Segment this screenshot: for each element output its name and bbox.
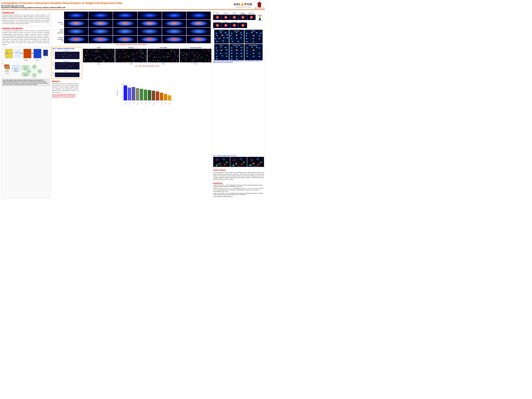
workflow-svg-b: Genomap 1 Genomap 2 Genomap 3 · Genomap …: [4, 63, 50, 78]
ref-2: 2. Islam, M.T., Wang, J.Y., Ren, H., Li,…: [213, 188, 264, 192]
svg-text:topoEUMAP1: topoEUMAP1: [64, 61, 69, 62]
svg-text:MLL4: MLL4: [215, 38, 216, 39]
svg-text:KTK5: KTK5: [226, 56, 228, 57]
svg-text:Cell 3: Cell 3: [6, 54, 8, 55]
svg-text:PIK3CB: PIK3CB: [236, 38, 238, 39]
svg-rect-71: [55, 52, 80, 59]
svg-text:ERBB3: ERBB3: [240, 53, 242, 54]
fig6-title: Fig. 6. Gene marker discovery using Shap…: [213, 60, 264, 63]
svg-text:PIK3C3: PIK3C3: [231, 50, 233, 51]
svg-text:LPBoost: LPBoost: [165, 101, 167, 105]
svg-rect-132: [164, 94, 167, 100]
seurat-umap: [83, 49, 115, 63]
svg-text:feature: feature: [15, 70, 17, 71]
svg-text:GASP8: GASP8: [258, 56, 260, 57]
svg-text:→: →: [20, 68, 21, 70]
fig3-section: Fig. 3. Trajectory mapping results Unsup…: [51, 47, 82, 79]
conclusions-title: CONCLUSIONS: [213, 169, 264, 171]
hai-logo-text: HAI✌FIVE: [234, 2, 253, 6]
svg-text:AR: AR: [247, 50, 247, 51]
svg-point-90: [64, 64, 64, 64]
svg-text:NSCLC: NSCLC: [220, 30, 223, 32]
genomap-cell: [64, 36, 88, 43]
results-text: Genomaps created from Tabula Muris datas…: [52, 83, 78, 93]
svg-text:optimization: optimization: [24, 60, 28, 61]
svg-text:gene set: gene set: [24, 68, 27, 69]
glioma-header: Glioma: [222, 22, 230, 22]
svg-text:PAX7: PAX7: [256, 47, 258, 48]
svg-text:PTPB1: PTPB1: [245, 36, 247, 36]
genomap-cell: [162, 36, 186, 43]
svg-text:PIK3C3: PIK3C3: [226, 49, 228, 50]
svg-text:discovery: discovery: [24, 69, 27, 70]
svg-text:ERBB2: ERBB2: [227, 38, 228, 38]
svg-point-103: [70, 74, 71, 75]
ref-1: 1. Islam, M.T. and Xing, L., 2023. Carto…: [213, 184, 264, 188]
svg-text:CDKN1B: CDKN1B: [252, 35, 255, 36]
svg-text:PIK3CO: PIK3CO: [216, 41, 218, 42]
svg-text:TP53: TP53: [220, 32, 222, 33]
genomap-cell: [113, 19, 137, 27]
svg-text:UnsuperPHATE2: UnsuperPHATE2: [53, 50, 54, 56]
fig1-section: a Gene 1 Gene 2 ···· Gene n Cell 1 Cell …: [1, 47, 51, 198]
harmony-label: Harmony: [115, 47, 147, 48]
svg-text:function opt.: function opt.: [35, 60, 39, 61]
svg-text:PIK3CD: PIK3CD: [236, 59, 238, 59]
svg-text:NGFR1: NGFR1: [220, 50, 223, 51]
svg-text:AR: AR: [259, 48, 260, 48]
melanoma-header: Melanoma: [222, 13, 230, 14]
svg-rect-10: [15, 50, 20, 57]
fig2-section: Keratino-cyte: [51, 11, 211, 46]
svg-text:AdaBoost: AdaBoost: [160, 101, 163, 105]
middle-column: Keratino-cyte: [51, 11, 211, 198]
svg-text:→: →: [13, 52, 15, 54]
svg-text:Cell m: Cell m: [6, 57, 8, 57]
svg-text:PIK3C2: PIK3C2: [253, 56, 255, 57]
svg-rect-122: [124, 85, 127, 100]
svg-text:ERBB2: ERBB2: [258, 36, 260, 36]
svg-text:Dimensionality: Dimensionality: [32, 74, 36, 75]
svg-text:SPHA2: SPHA2: [221, 35, 224, 36]
svg-text:INPFL: INPFL: [236, 47, 238, 48]
results-section: RESULTS Genomaps created from Tabula Mur…: [51, 80, 79, 198]
genomap-geno-umap: [180, 49, 212, 63]
poster-header: Cartography of Genomic Interactions Enab…: [1, 1, 265, 10]
svg-text:PIK3C3: PIK3C3: [252, 38, 254, 39]
svg-text:FAM46C: FAM46C: [216, 35, 218, 36]
svg-point-89: [61, 64, 61, 65]
empty5: [256, 23, 264, 28]
svg-text:Downstream: Downstream: [23, 73, 28, 74]
right-column: (a) NSCLC Melanoma Bladder Renal cell ca…: [212, 11, 265, 198]
genomap-cell: [89, 19, 113, 27]
svg-text:CDKN1B: CDKN1B: [235, 50, 238, 51]
svg-text:60: 60: [55, 51, 56, 52]
svg-text:→: →: [42, 52, 43, 54]
svg-rect-128: [148, 90, 151, 100]
svg-text:Renal: Renal: [220, 45, 223, 46]
svg-text:HLA-A: HLA-A: [246, 53, 248, 54]
svg-rect-87: [55, 62, 80, 70]
svg-text:TP53: TP53: [246, 48, 248, 48]
low-att-label: Low attention: [257, 20, 263, 21]
svg-text:AR: AR: [259, 53, 260, 54]
svg-text:FAT4: FAT4: [251, 47, 253, 48]
genomap-cell: [113, 12, 137, 19]
fig4-section: Seurat Harmony Online iNMF Genomap+genoN…: [83, 47, 211, 79]
fig1-label-b: b: [2, 63, 3, 79]
svg-point-79: [63, 56, 64, 57]
svg-text:100: 100: [76, 59, 78, 60]
heatmap-glioma: [222, 23, 230, 28]
genomaps-grid: Keratino-cyte: [52, 12, 211, 43]
svg-text:reduction,: reduction,: [33, 75, 36, 76]
svg-text:topoEUMAP2: topoEUMAP2: [53, 62, 54, 66]
svg-point-73: [62, 54, 62, 55]
genomap-cell: [187, 28, 211, 35]
svg-text:PTPN: PTPN: [215, 53, 217, 54]
fig1-caption: Fig 1. Deep analysis of gene expression …: [2, 79, 50, 86]
svg-text:-40: -40: [55, 58, 56, 59]
svg-text:FAT4: FAT4: [235, 32, 237, 33]
svg-text:0.02: 0.02: [76, 69, 78, 70]
genomap-cell: [89, 28, 113, 35]
fig7-section: Fig. 7. Dimensionality reduction results…: [212, 154, 265, 168]
svg-text:TERT: TERT: [236, 56, 238, 57]
